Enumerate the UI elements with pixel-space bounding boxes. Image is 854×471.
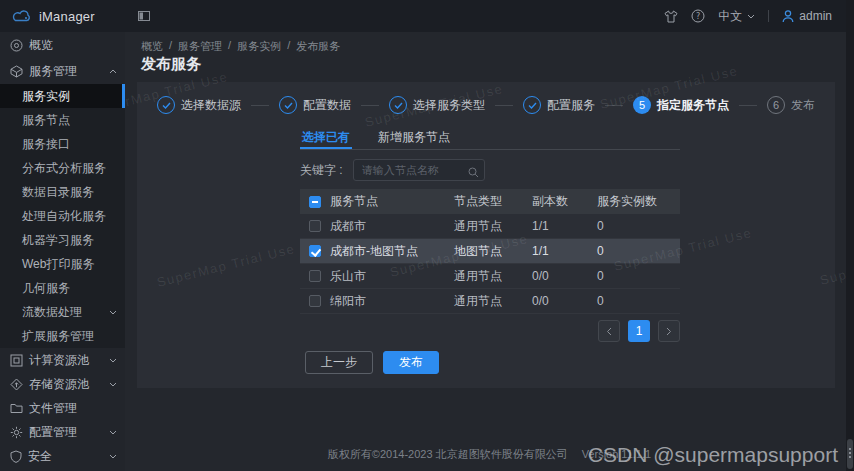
gear-icon bbox=[10, 426, 23, 439]
table-row[interactable]: 绵阳市 通用节点 0/0 0 bbox=[300, 289, 680, 314]
sidebar-item-service-node[interactable]: 服务节点 bbox=[0, 108, 125, 132]
sidebar-item-service-interface[interactable]: 服务接口 bbox=[0, 132, 125, 156]
help-icon[interactable]: ? bbox=[691, 9, 705, 23]
top-bar: iManager ? 中文 admin bbox=[0, 0, 854, 32]
step-connector bbox=[495, 105, 513, 106]
keyword-filter-row: 关键字 : bbox=[300, 159, 680, 181]
chevron-down-icon bbox=[109, 358, 117, 363]
row-checkbox[interactable] bbox=[309, 270, 321, 282]
app-title: iManager bbox=[39, 9, 95, 24]
sidebar-item-label: 概览 bbox=[29, 37, 53, 54]
table-row[interactable]: 成都市-地图节点 地图节点 1/1 0 bbox=[300, 239, 680, 264]
search-icon[interactable] bbox=[468, 164, 479, 182]
tab-select-existing[interactable]: 选择已有 bbox=[300, 126, 352, 149]
next-page-button[interactable] bbox=[658, 320, 680, 342]
node-search-input[interactable] bbox=[353, 159, 485, 181]
row-checkbox[interactable] bbox=[309, 295, 321, 307]
theme-skin-icon[interactable] bbox=[664, 10, 678, 23]
logo: iManager bbox=[0, 0, 125, 32]
step-number: 6 bbox=[767, 96, 785, 114]
language-selector[interactable]: 中文 bbox=[718, 8, 755, 25]
chevron-up-icon bbox=[109, 69, 117, 74]
table-row[interactable]: 乐山市 通用节点 0/0 0 bbox=[300, 264, 680, 289]
username: admin bbox=[799, 9, 832, 23]
sidebar-item-label: 服务管理 bbox=[29, 63, 77, 80]
user-icon bbox=[782, 10, 794, 23]
previous-step-button[interactable]: 上一步 bbox=[305, 351, 373, 374]
wizard-actions: 上一步 发布 bbox=[300, 351, 680, 374]
sidebar: 概览 服务管理 服务实例 服务节点 服务接口 分布式分析服务 数据目录服务 处理… bbox=[0, 32, 125, 471]
step-connector bbox=[739, 105, 757, 106]
node-tabs: 选择已有 新增服务节点 bbox=[300, 126, 680, 150]
select-all-checkbox[interactable] bbox=[309, 196, 321, 208]
step-publish: 6 发布 bbox=[767, 96, 815, 114]
user-menu[interactable]: admin bbox=[782, 9, 832, 23]
csdn-watermark: CSDN @supermapsupport bbox=[588, 443, 838, 467]
chevron-down-icon bbox=[109, 310, 117, 315]
chevron-down-icon bbox=[109, 454, 117, 459]
vertical-scrollbar[interactable] bbox=[846, 0, 854, 471]
main-content: 概览 / 服务管理 / 服务实例 / 发布服务 发布服务 选择数据源 配置数据 bbox=[125, 32, 854, 471]
breadcrumb-item[interactable]: 服务管理 bbox=[178, 39, 222, 54]
sidebar-item-compute-pool[interactable]: 计算资源池 bbox=[0, 348, 125, 372]
pagination: 1 bbox=[300, 320, 680, 342]
page-number-current[interactable]: 1 bbox=[628, 320, 650, 342]
breadcrumb-item[interactable]: 服务实例 bbox=[237, 39, 281, 54]
chevron-down-icon bbox=[109, 430, 117, 435]
step-connector bbox=[605, 105, 623, 106]
table-header: 服务节点 节点类型 副本数 服务实例数 bbox=[300, 189, 680, 214]
overview-icon bbox=[10, 39, 23, 52]
sidebar-item-overview[interactable]: 概览 bbox=[0, 32, 125, 58]
storage-pool-icon bbox=[10, 378, 23, 391]
prev-page-button[interactable] bbox=[598, 320, 620, 342]
step-select-datasource: 选择数据源 bbox=[157, 96, 241, 114]
row-checkbox[interactable] bbox=[309, 220, 321, 232]
step-assign-service-node: 5 指定服务节点 bbox=[633, 96, 729, 114]
publish-wizard-card: 选择数据源 配置数据 选择服务类型 配置服务 bbox=[137, 82, 835, 388]
sidebar-item-machine-learning[interactable]: 机器学习服务 bbox=[0, 228, 125, 252]
sidebar-item-storage-pool[interactable]: 存储资源池 bbox=[0, 372, 125, 396]
shield-icon bbox=[10, 450, 22, 463]
sidebar-item-web-print[interactable]: Web打印服务 bbox=[0, 252, 125, 276]
service-node-table: 服务节点 节点类型 副本数 服务实例数 成都市 通用节点 1/1 0 bbox=[300, 189, 680, 314]
sidebar-item-geoprocessing[interactable]: 处理自动化服务 bbox=[0, 204, 125, 228]
sidebar-collapse-icon[interactable] bbox=[138, 11, 150, 21]
breadcrumb: 概览 / 服务管理 / 服务实例 / 发布服务 bbox=[141, 39, 340, 54]
step-connector bbox=[361, 105, 379, 106]
sidebar-item-data-catalog[interactable]: 数据目录服务 bbox=[0, 180, 125, 204]
sidebar-item-config-management[interactable]: 配置管理 bbox=[0, 420, 125, 444]
page-title: 发布服务 bbox=[141, 55, 201, 74]
sidebar-item-security[interactable]: 安全 bbox=[0, 444, 125, 468]
sidebar-item-service-management[interactable]: 服务管理 bbox=[0, 58, 125, 84]
sidebar-item-stream-data[interactable]: 流数据处理 bbox=[0, 300, 125, 324]
step-check-icon bbox=[157, 96, 175, 114]
step-connector bbox=[251, 105, 269, 106]
keyword-label: 关键字 : bbox=[300, 162, 343, 179]
step-select-service-type: 选择服务类型 bbox=[389, 96, 485, 114]
breadcrumb-item: 发布服务 bbox=[296, 39, 340, 54]
step-configure-data: 配置数据 bbox=[279, 96, 351, 114]
svg-text:?: ? bbox=[696, 12, 700, 21]
tab-new-service-node[interactable]: 新增服务节点 bbox=[376, 126, 452, 149]
sidebar-item-service-instance[interactable]: 服务实例 bbox=[0, 84, 125, 108]
sidebar-item-geometry-service[interactable]: 几何服务 bbox=[0, 276, 125, 300]
service-management-submenu: 服务实例 服务节点 服务接口 分布式分析服务 数据目录服务 处理自动化服务 机器… bbox=[0, 84, 125, 348]
cloud-logo-icon bbox=[11, 9, 33, 23]
sidebar-item-distributed-analysis[interactable]: 分布式分析服务 bbox=[0, 156, 125, 180]
service-management-icon bbox=[10, 65, 23, 78]
row-checkbox[interactable] bbox=[309, 245, 321, 257]
step-number: 5 bbox=[633, 96, 651, 114]
sidebar-item-extended-service[interactable]: 扩展服务管理 bbox=[0, 324, 125, 348]
chevron-down-icon bbox=[747, 14, 755, 19]
divider bbox=[768, 10, 769, 22]
table-row[interactable]: 成都市 通用节点 1/1 0 bbox=[300, 214, 680, 239]
language-label: 中文 bbox=[718, 8, 742, 25]
sidebar-item-file-management[interactable]: 文件管理 bbox=[0, 396, 125, 420]
chevron-down-icon bbox=[109, 382, 117, 387]
keyword-input-wrap bbox=[353, 159, 485, 181]
wizard-body: 选择已有 新增服务节点 关键字 : 服务节点 bbox=[300, 126, 680, 374]
publish-button[interactable]: 发布 bbox=[383, 351, 439, 374]
scrollbar-thumb[interactable] bbox=[847, 439, 853, 469]
step-check-icon bbox=[523, 96, 541, 114]
breadcrumb-item[interactable]: 概览 bbox=[141, 39, 163, 54]
